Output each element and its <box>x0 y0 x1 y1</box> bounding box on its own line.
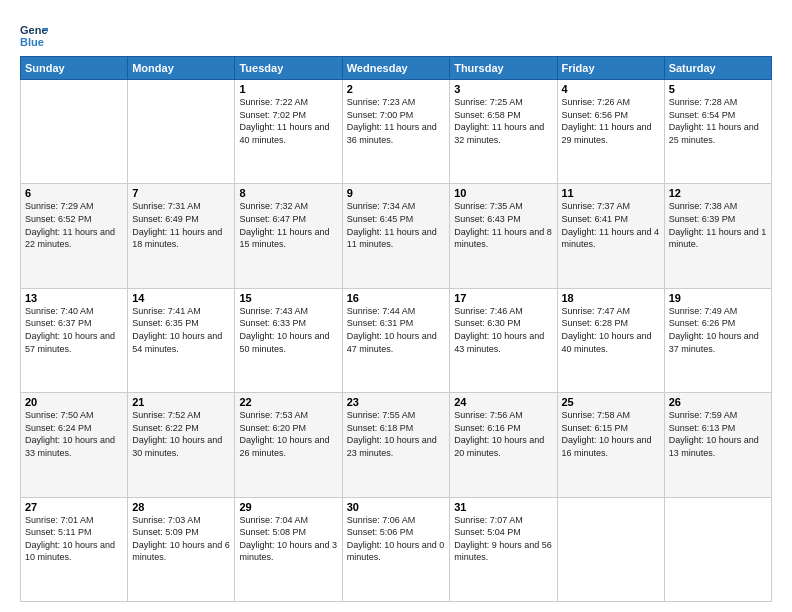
day-number: 13 <box>25 292 123 304</box>
day-number: 27 <box>25 501 123 513</box>
calendar-cell: 23Sunrise: 7:55 AM Sunset: 6:18 PM Dayli… <box>342 393 449 497</box>
day-number: 15 <box>239 292 337 304</box>
day-number: 22 <box>239 396 337 408</box>
day-info: Sunrise: 7:34 AM Sunset: 6:45 PM Dayligh… <box>347 200 445 250</box>
day-info: Sunrise: 7:40 AM Sunset: 6:37 PM Dayligh… <box>25 305 123 355</box>
week-row-4: 27Sunrise: 7:01 AM Sunset: 5:11 PM Dayli… <box>21 497 772 601</box>
day-number: 29 <box>239 501 337 513</box>
calendar-cell: 1Sunrise: 7:22 AM Sunset: 7:02 PM Daylig… <box>235 80 342 184</box>
calendar-cell: 19Sunrise: 7:49 AM Sunset: 6:26 PM Dayli… <box>664 288 771 392</box>
header: General Blue <box>20 16 772 48</box>
day-info: Sunrise: 7:52 AM Sunset: 6:22 PM Dayligh… <box>132 409 230 459</box>
day-number: 5 <box>669 83 767 95</box>
calendar-cell: 31Sunrise: 7:07 AM Sunset: 5:04 PM Dayli… <box>450 497 557 601</box>
calendar-cell: 22Sunrise: 7:53 AM Sunset: 6:20 PM Dayli… <box>235 393 342 497</box>
day-info: Sunrise: 7:55 AM Sunset: 6:18 PM Dayligh… <box>347 409 445 459</box>
day-info: Sunrise: 7:46 AM Sunset: 6:30 PM Dayligh… <box>454 305 552 355</box>
day-info: Sunrise: 7:49 AM Sunset: 6:26 PM Dayligh… <box>669 305 767 355</box>
day-info: Sunrise: 7:37 AM Sunset: 6:41 PM Dayligh… <box>562 200 660 250</box>
day-info: Sunrise: 7:56 AM Sunset: 6:16 PM Dayligh… <box>454 409 552 459</box>
day-info: Sunrise: 7:22 AM Sunset: 7:02 PM Dayligh… <box>239 96 337 146</box>
svg-text:Blue: Blue <box>20 36 44 48</box>
week-row-0: 1Sunrise: 7:22 AM Sunset: 7:02 PM Daylig… <box>21 80 772 184</box>
day-info: Sunrise: 7:01 AM Sunset: 5:11 PM Dayligh… <box>25 514 123 564</box>
calendar-cell: 25Sunrise: 7:58 AM Sunset: 6:15 PM Dayli… <box>557 393 664 497</box>
day-number: 10 <box>454 187 552 199</box>
day-number: 21 <box>132 396 230 408</box>
day-number: 2 <box>347 83 445 95</box>
day-number: 1 <box>239 83 337 95</box>
calendar-cell: 20Sunrise: 7:50 AM Sunset: 6:24 PM Dayli… <box>21 393 128 497</box>
day-info: Sunrise: 7:06 AM Sunset: 5:06 PM Dayligh… <box>347 514 445 564</box>
calendar-cell: 3Sunrise: 7:25 AM Sunset: 6:58 PM Daylig… <box>450 80 557 184</box>
day-number: 19 <box>669 292 767 304</box>
calendar-cell <box>557 497 664 601</box>
day-info: Sunrise: 7:43 AM Sunset: 6:33 PM Dayligh… <box>239 305 337 355</box>
day-info: Sunrise: 7:50 AM Sunset: 6:24 PM Dayligh… <box>25 409 123 459</box>
day-number: 16 <box>347 292 445 304</box>
day-number: 11 <box>562 187 660 199</box>
page: General Blue SundayMondayTuesdayWednesda… <box>0 0 792 612</box>
calendar-cell: 6Sunrise: 7:29 AM Sunset: 6:52 PM Daylig… <box>21 184 128 288</box>
day-number: 30 <box>347 501 445 513</box>
calendar-cell: 9Sunrise: 7:34 AM Sunset: 6:45 PM Daylig… <box>342 184 449 288</box>
day-info: Sunrise: 7:07 AM Sunset: 5:04 PM Dayligh… <box>454 514 552 564</box>
calendar-cell: 21Sunrise: 7:52 AM Sunset: 6:22 PM Dayli… <box>128 393 235 497</box>
day-number: 3 <box>454 83 552 95</box>
day-info: Sunrise: 7:29 AM Sunset: 6:52 PM Dayligh… <box>25 200 123 250</box>
calendar-cell: 18Sunrise: 7:47 AM Sunset: 6:28 PM Dayli… <box>557 288 664 392</box>
calendar-cell: 16Sunrise: 7:44 AM Sunset: 6:31 PM Dayli… <box>342 288 449 392</box>
day-number: 24 <box>454 396 552 408</box>
weekday-header-saturday: Saturday <box>664 57 771 80</box>
calendar-cell: 7Sunrise: 7:31 AM Sunset: 6:49 PM Daylig… <box>128 184 235 288</box>
calendar-cell: 4Sunrise: 7:26 AM Sunset: 6:56 PM Daylig… <box>557 80 664 184</box>
calendar-table: SundayMondayTuesdayWednesdayThursdayFrid… <box>20 56 772 602</box>
day-info: Sunrise: 7:23 AM Sunset: 7:00 PM Dayligh… <box>347 96 445 146</box>
calendar-cell <box>21 80 128 184</box>
day-info: Sunrise: 7:35 AM Sunset: 6:43 PM Dayligh… <box>454 200 552 250</box>
day-info: Sunrise: 7:44 AM Sunset: 6:31 PM Dayligh… <box>347 305 445 355</box>
week-row-1: 6Sunrise: 7:29 AM Sunset: 6:52 PM Daylig… <box>21 184 772 288</box>
day-number: 31 <box>454 501 552 513</box>
svg-text:General: General <box>20 24 48 36</box>
calendar-cell: 8Sunrise: 7:32 AM Sunset: 6:47 PM Daylig… <box>235 184 342 288</box>
day-number: 18 <box>562 292 660 304</box>
calendar-cell: 24Sunrise: 7:56 AM Sunset: 6:16 PM Dayli… <box>450 393 557 497</box>
week-row-2: 13Sunrise: 7:40 AM Sunset: 6:37 PM Dayli… <box>21 288 772 392</box>
calendar-cell <box>128 80 235 184</box>
weekday-header-row: SundayMondayTuesdayWednesdayThursdayFrid… <box>21 57 772 80</box>
weekday-header-monday: Monday <box>128 57 235 80</box>
calendar-cell: 28Sunrise: 7:03 AM Sunset: 5:09 PM Dayli… <box>128 497 235 601</box>
calendar-cell: 29Sunrise: 7:04 AM Sunset: 5:08 PM Dayli… <box>235 497 342 601</box>
logo: General Blue <box>20 20 52 48</box>
day-number: 12 <box>669 187 767 199</box>
day-info: Sunrise: 7:38 AM Sunset: 6:39 PM Dayligh… <box>669 200 767 250</box>
day-info: Sunrise: 7:32 AM Sunset: 6:47 PM Dayligh… <box>239 200 337 250</box>
day-number: 25 <box>562 396 660 408</box>
day-info: Sunrise: 7:31 AM Sunset: 6:49 PM Dayligh… <box>132 200 230 250</box>
logo-icon: General Blue <box>20 20 48 48</box>
weekday-header-wednesday: Wednesday <box>342 57 449 80</box>
day-info: Sunrise: 7:47 AM Sunset: 6:28 PM Dayligh… <box>562 305 660 355</box>
calendar-cell: 11Sunrise: 7:37 AM Sunset: 6:41 PM Dayli… <box>557 184 664 288</box>
day-number: 6 <box>25 187 123 199</box>
weekday-header-sunday: Sunday <box>21 57 128 80</box>
day-info: Sunrise: 7:04 AM Sunset: 5:08 PM Dayligh… <box>239 514 337 564</box>
calendar-cell: 30Sunrise: 7:06 AM Sunset: 5:06 PM Dayli… <box>342 497 449 601</box>
day-number: 9 <box>347 187 445 199</box>
day-info: Sunrise: 7:03 AM Sunset: 5:09 PM Dayligh… <box>132 514 230 564</box>
week-row-3: 20Sunrise: 7:50 AM Sunset: 6:24 PM Dayli… <box>21 393 772 497</box>
calendar-cell: 26Sunrise: 7:59 AM Sunset: 6:13 PM Dayli… <box>664 393 771 497</box>
calendar-cell: 17Sunrise: 7:46 AM Sunset: 6:30 PM Dayli… <box>450 288 557 392</box>
day-info: Sunrise: 7:59 AM Sunset: 6:13 PM Dayligh… <box>669 409 767 459</box>
day-info: Sunrise: 7:41 AM Sunset: 6:35 PM Dayligh… <box>132 305 230 355</box>
day-number: 23 <box>347 396 445 408</box>
day-number: 20 <box>25 396 123 408</box>
day-info: Sunrise: 7:58 AM Sunset: 6:15 PM Dayligh… <box>562 409 660 459</box>
day-number: 26 <box>669 396 767 408</box>
weekday-header-friday: Friday <box>557 57 664 80</box>
calendar-cell: 13Sunrise: 7:40 AM Sunset: 6:37 PM Dayli… <box>21 288 128 392</box>
day-info: Sunrise: 7:53 AM Sunset: 6:20 PM Dayligh… <box>239 409 337 459</box>
calendar-cell <box>664 497 771 601</box>
calendar-cell: 12Sunrise: 7:38 AM Sunset: 6:39 PM Dayli… <box>664 184 771 288</box>
